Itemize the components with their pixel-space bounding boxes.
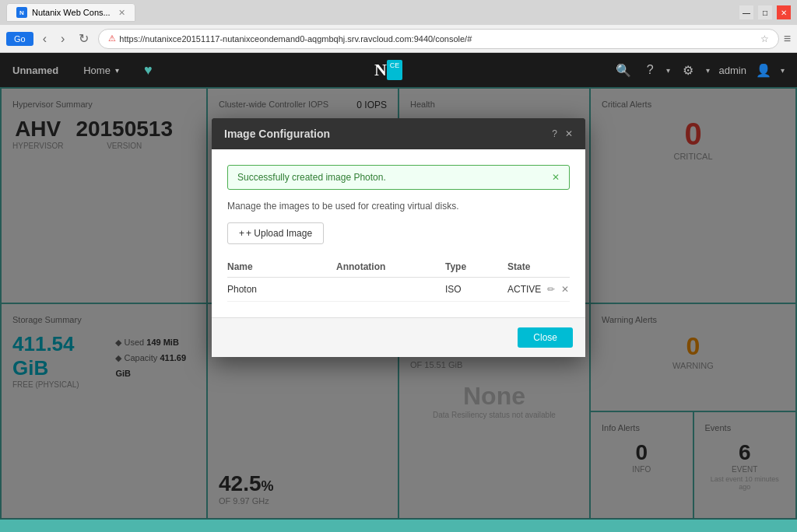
main-grid: Hypervisor Summary AHV HYPERVISOR 201505… [0,87,797,520]
home-label: Home [83,65,111,76]
row-actions: ✏ ✕ [547,284,569,295]
col-type: Type [445,261,507,272]
modal-footer: Close [212,317,585,357]
home-chevron-icon: ▾ [115,66,119,75]
image-configuration-modal: Image Configuration ? ✕ Successfully cre… [212,118,585,357]
browser-tab[interactable]: N Nutanix Web Cons... ✕ [6,3,135,22]
heart-icon: ♥ [144,62,153,79]
modal-body: Successfully created image Photon. ✕ Man… [212,149,585,317]
logo-badge: CE [387,60,403,80]
delete-icon[interactable]: ✕ [561,284,569,295]
modal-title: Image Configuration [224,128,330,140]
col-state: State [507,261,570,272]
success-banner: Successfully created image Photon. ✕ [227,165,570,190]
success-message: Successfully created image Photon. [237,172,386,183]
browser-chrome: N Nutanix Web Cons... ✕ — □ ✕ Go ‹ › ↻ ⚠… [0,0,797,53]
browser-toolbar: Go ‹ › ↻ ⚠ https://nutanixce20151117-nut… [0,25,797,53]
go-button[interactable]: Go [6,32,33,46]
tab-close-icon[interactable]: ✕ [118,8,125,18]
bookmark-icon[interactable]: ☆ [760,33,769,44]
user-icon[interactable]: 👤 [756,63,771,78]
tab-title: Nutanix Web Cons... [32,8,111,17]
address-icons: ☆ [760,33,769,44]
image-name: Photon [227,284,336,295]
col-annotation: Annotation [336,261,445,272]
address-text: https://nutanixce20151117-nutanixceondem… [119,34,757,44]
nav-brand: Unnamed [12,65,58,76]
nav-logo: NCE [165,60,613,80]
address-bar[interactable]: ⚠ https://nutanixce20151117-nutanixceond… [98,29,778,49]
close-button[interactable]: Close [518,327,573,348]
image-type: ISO [445,284,507,295]
admin-label[interactable]: admin [719,65,746,76]
help-icon[interactable]: ? [644,60,657,80]
plus-icon: + [239,228,244,239]
admin-chevron-icon: ▾ [781,66,785,75]
settings-chevron-icon: ▾ [706,66,710,75]
logo-n: N [374,60,387,80]
browser-titlebar: N Nutanix Web Cons... ✕ — □ ✕ [0,0,797,25]
app-container: Unnamed Home ▾ ♥ NCE 🔍 ? ▾ ⚙ ▾ admin 👤 ▾… [0,53,797,520]
window-maximize-button[interactable]: □ [758,5,772,19]
table-header: Name Annotation Type State [227,257,570,278]
upload-label: + Upload Image [246,228,312,239]
upload-image-button[interactable]: + + Upload Image [227,222,324,244]
modal-description: Manage the images to be used for creatin… [227,201,570,212]
settings-icon[interactable]: ⚙ [679,60,697,81]
table-row: Photon ISO ACTIVE ✏ ✕ [227,278,570,302]
images-table: Name Annotation Type State Photon ISO AC… [227,257,570,302]
window-close-button[interactable]: ✕ [777,5,791,19]
modal-close-icon[interactable]: ✕ [565,128,573,139]
forward-button[interactable]: › [56,30,69,47]
security-icon: ⚠ [108,33,116,44]
success-close-icon[interactable]: ✕ [552,172,560,183]
image-state: ACTIVE [507,284,541,295]
reload-button[interactable]: ↻ [74,30,93,47]
nav-health-icon-btn[interactable]: ♥ [132,53,165,87]
nav-right: 🔍 ? ▾ ⚙ ▾ admin 👤 ▾ [613,60,785,81]
window-minimize-button[interactable]: — [739,5,753,19]
search-icon[interactable]: 🔍 [613,60,634,81]
image-state-row: ACTIVE ✏ ✕ [507,284,570,295]
modal-header: Image Configuration ? ✕ [212,118,585,149]
col-name: Name [227,261,336,272]
back-button[interactable]: ‹ [38,30,51,47]
help-chevron-icon: ▾ [666,66,670,75]
modal-overlay: Image Configuration ? ✕ Successfully cre… [0,87,797,520]
modal-help-icon[interactable]: ? [552,128,557,139]
modal-header-icons: ? ✕ [552,128,573,139]
tab-favicon: N [16,7,27,18]
menu-icon[interactable]: ≡ [784,32,791,46]
nav-home[interactable]: Home ▾ [71,53,132,87]
top-nav: Unnamed Home ▾ ♥ NCE 🔍 ? ▾ ⚙ ▾ admin 👤 ▾ [0,53,797,87]
edit-icon[interactable]: ✏ [547,284,555,295]
